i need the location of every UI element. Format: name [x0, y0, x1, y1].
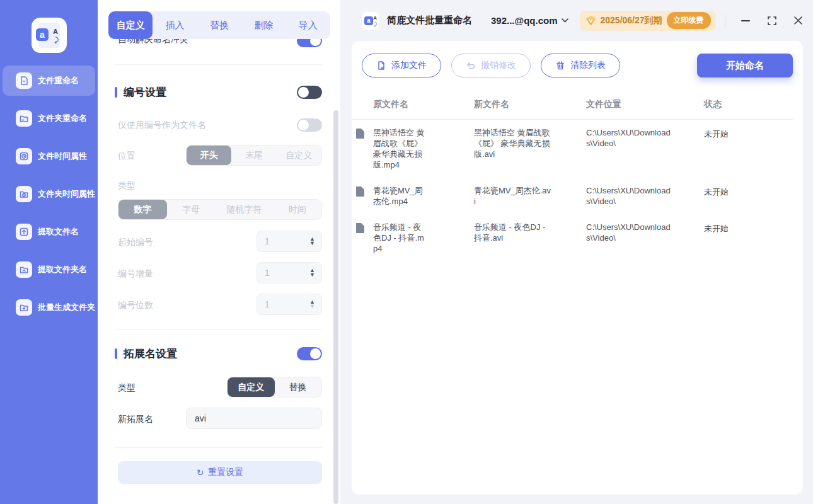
increment-input[interactable]: 1 ▲▼ [257, 262, 322, 284]
extension-toggle[interactable] [297, 347, 322, 360]
folder-plus-icon [16, 299, 32, 316]
new-ext-value: avi [195, 413, 206, 423]
tab-import[interactable]: 导入 [286, 11, 330, 39]
minimize-button[interactable] [739, 14, 752, 27]
numbering-section-title: 编号设置 [124, 85, 297, 100]
sidebar-item-label: 提取文件名 [38, 226, 79, 238]
type-option-letter[interactable]: 字母 [167, 200, 216, 219]
numbering-toggle[interactable] [297, 86, 322, 99]
reset-label: 重置设置 [208, 467, 243, 478]
status-badge: 未开始 [704, 222, 793, 254]
undo-button[interactable]: 撤销修改 [451, 54, 531, 77]
table-row[interactable]: 音乐频道 - 夜色DJ - 抖音.mp4 音乐频道 - 夜色DJ - 抖音.av… [352, 214, 793, 261]
start-rename-button[interactable]: 开始命名 [697, 54, 793, 77]
clear-list-icon [555, 60, 565, 71]
reset-icon: ↻ [197, 467, 204, 478]
only-number-row: 仅使用编号作为文件名 [118, 118, 322, 132]
start-number-input[interactable]: 1 ▲▼ [257, 231, 322, 252]
col-new-name: 新文件名 [474, 99, 586, 110]
digits-stepper[interactable]: ▲▼ [309, 300, 315, 309]
only-number-toggle[interactable] [297, 118, 322, 132]
renew-button[interactable]: 立即续费 [667, 12, 711, 29]
col-original-name: 原文件名 [373, 99, 474, 110]
position-segment: 开头 末尾 自定义 [186, 145, 322, 166]
digits-input[interactable]: 1 ▲▼ [257, 294, 322, 315]
sidebar-item-extract-foldername[interactable]: 提取文件夹名 [3, 255, 95, 285]
position-option-end[interactable]: 末尾 [231, 146, 276, 165]
add-files-button[interactable]: 添加文件 [362, 54, 441, 77]
reset-settings-button[interactable]: ↻ 重置设置 [118, 461, 322, 484]
app-icon: aA⤸ [362, 12, 379, 30]
undo-label: 撤销修改 [481, 60, 516, 71]
extension-section-header: 拓展名设置 [115, 344, 322, 363]
panel-scrollbar[interactable] [333, 110, 338, 504]
section-accent-bar [115, 348, 117, 359]
file-location: C:\Users\XU\Downloads\Video\ [586, 127, 672, 149]
tab-custom[interactable]: 自定义 [108, 11, 153, 39]
toolbar: 添加文件 撤销修改 清除列表 开始命名 [362, 54, 793, 77]
spin-down-icon: ▼ [309, 241, 315, 246]
file-icon [16, 72, 32, 89]
sidebar-item-label: 文件夹时间属性 [38, 188, 95, 200]
sidebar-item-folder-rename[interactable]: 文件夹重命名 [3, 103, 95, 134]
tab-insert[interactable]: 插入 [153, 11, 197, 39]
add-files-label: 添加文件 [391, 60, 427, 71]
increment-stepper[interactable]: ▲▼ [309, 268, 315, 277]
divider [115, 447, 322, 448]
start-rename-label: 开始命名 [726, 60, 764, 72]
folder-clock-icon [16, 186, 32, 202]
new-name: 黑神话悟空 黄眉战歌《屁》 豪华典藏无损版.avi [474, 127, 552, 159]
extension-section-title: 拓展名设置 [124, 346, 297, 361]
spin-down-icon: ▼ [309, 304, 315, 309]
file-icon [356, 222, 373, 254]
sidebar-menu: 文件重命名 文件夹重命名 文件时间属性 文件夹时间属性 提取文件名 [0, 66, 98, 330]
tab-delete[interactable]: 删除 [241, 11, 285, 39]
new-ext-input[interactable]: avi [186, 408, 322, 429]
sidebar-item-label: 批量生成文件夹 [38, 302, 95, 313]
new-name: 青花瓷MV_周杰伦.avi [474, 185, 552, 207]
col-location: 文件位置 [586, 99, 704, 110]
col-status: 状态 [704, 99, 793, 110]
account-dropdown[interactable]: 392...@qq.com [491, 15, 568, 26]
settings-panel: 自动解决命名冲突 自定义 插入 替换 删除 导入 编号设置 仅使用编号作为文件名… [98, 0, 340, 504]
file-upload-icon [16, 224, 32, 240]
close-icon [794, 16, 802, 25]
sidebar-item-extract-filename[interactable]: 提取文件名 [3, 217, 95, 247]
sidebar: aA⤸ 文件重命名 文件夹重命名 文件时间属性 文件夹时间属性 [0, 0, 98, 504]
sidebar-item-file-rename[interactable]: 文件重命名 [3, 66, 95, 96]
tab-replace[interactable]: 替换 [197, 11, 241, 39]
position-option-custom[interactable]: 自定义 [277, 146, 321, 165]
type-option-time[interactable]: 时间 [273, 200, 321, 219]
sidebar-item-batch-create-folders[interactable]: 批量生成文件夹 [3, 292, 95, 323]
type-option-number[interactable]: 数字 [118, 200, 167, 219]
maximize-button[interactable] [766, 14, 778, 27]
table-row[interactable]: 青花瓷MV_周杰伦.mp4 青花瓷MV_周杰伦.avi C:\Users\XU\… [352, 178, 793, 214]
close-button[interactable] [792, 14, 805, 27]
minimize-icon [741, 20, 750, 21]
sidebar-item-label: 文件时间属性 [38, 151, 87, 162]
undo-icon [466, 60, 476, 71]
sidebar-item-file-time[interactable]: 文件时间属性 [3, 141, 95, 171]
app-logo-glyph: aA⤸ [38, 23, 60, 48]
start-number-stepper[interactable]: ▲▼ [309, 237, 315, 246]
file-icon [356, 185, 373, 207]
ext-type-label: 类型 [118, 382, 136, 394]
clear-list-button[interactable]: 清除列表 [541, 54, 620, 77]
only-number-label: 仅使用编号作为文件名 [118, 120, 206, 131]
ext-option-custom[interactable]: 自定义 [228, 377, 275, 397]
sidebar-item-folder-time[interactable]: 文件夹时间属性 [3, 179, 95, 209]
position-label: 位置 [118, 151, 136, 162]
original-name: 青花瓷MV_周杰伦.mp4 [373, 185, 427, 207]
file-icon [356, 127, 373, 170]
type-option-random[interactable]: 随机字符 [215, 200, 273, 219]
new-ext-label: 新拓展名 [118, 414, 153, 425]
table-row[interactable]: 黑神话悟空 黄眉战歌《屁》 豪华典藏无损版.mp4 黑神话悟空 黄眉战歌《屁》 … [352, 120, 793, 178]
license-badge[interactable]: V 2025/06/27到期 立即续费 [580, 11, 716, 31]
section-accent-bar [115, 87, 117, 98]
add-file-icon [376, 60, 386, 71]
chevron-down-icon [562, 18, 568, 23]
app-title: 简鹿文件批量重命名 [387, 14, 472, 26]
ext-option-replace[interactable]: 替换 [275, 377, 322, 397]
tab-strip: 自定义 插入 替换 删除 导入 [98, 0, 340, 39]
position-option-start[interactable]: 开头 [187, 146, 231, 165]
